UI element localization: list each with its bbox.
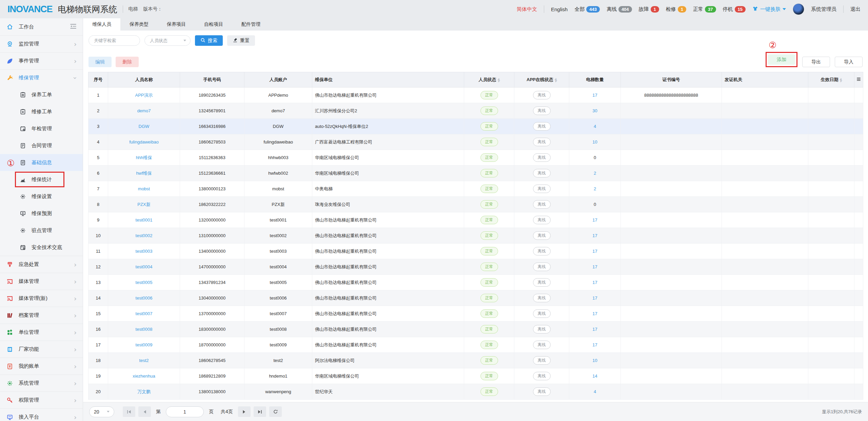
- reset-button[interactable]: 重置: [227, 35, 255, 46]
- elevator-count-link[interactable]: 14: [592, 374, 597, 379]
- table-row[interactable]: 5 hhh维保 15112636363 hhhwb003 华南区域电梯维保公司 …: [88, 150, 863, 166]
- sidebar-item-maintenance-forecast[interactable]: 维保预测: [0, 205, 83, 222]
- sidebar-item-maintenance-orders[interactable]: 保养工单: [0, 86, 83, 103]
- table-row[interactable]: 18 test2 18606278545 test2 阿尔法电梯维保公司 正常 …: [88, 353, 863, 368]
- sidebar-item-station-management[interactable]: 驻点管理: [0, 222, 83, 239]
- first-page-button[interactable]: [123, 406, 135, 417]
- lang-en-link[interactable]: English: [551, 6, 568, 12]
- person-name-link[interactable]: test2: [139, 358, 149, 363]
- sidebar-item-workbench[interactable]: 工作台: [0, 18, 83, 35]
- tab-parts-management[interactable]: 配件管理: [232, 18, 270, 31]
- elevator-count-link[interactable]: 17: [592, 280, 597, 285]
- person-name-link[interactable]: test0006: [136, 295, 153, 301]
- export-button[interactable]: 导出: [802, 57, 830, 67]
- elevator-count-link[interactable]: 10: [592, 358, 597, 363]
- sidebar-item-maintenance-stats[interactable]: 维保统计: [0, 171, 83, 188]
- sidebar-item-maintenance-settings[interactable]: 维保设置: [0, 188, 83, 205]
- table-row[interactable]: 20 万文鹏 13800138000 wanwenpeng 世纪华天 正常 离线…: [88, 384, 863, 400]
- refresh-button[interactable]: [269, 406, 282, 417]
- person-name-link[interactable]: test0001: [136, 217, 153, 223]
- skin-switch-button[interactable]: 一键换肤: [752, 6, 786, 13]
- sidebar-item-archives[interactable]: 档案管理 ›: [0, 307, 83, 324]
- last-page-button[interactable]: [254, 406, 266, 417]
- table-row[interactable]: 7 mobst 13800000123 mobst 中奥电梯 正常 离线 2: [88, 181, 863, 197]
- person-name-link[interactable]: test0009: [136, 342, 153, 347]
- prev-page-button[interactable]: [138, 406, 151, 417]
- person-name-link[interactable]: test0008: [136, 327, 153, 332]
- tab-self-check-items[interactable]: 自检项目: [195, 18, 232, 31]
- table-row[interactable]: 3 DGW 16634316986 DGW auto-52zQkHqN-维保单位…: [88, 119, 863, 134]
- elevator-count-link[interactable]: 2: [594, 171, 596, 176]
- sidebar-item-media[interactable]: 媒体管理 ›: [0, 273, 83, 290]
- person-name-link[interactable]: 万文鹏: [137, 389, 151, 394]
- person-name-link[interactable]: xiezhenhua: [133, 374, 155, 379]
- sidebar-item-manufacturer[interactable]: 厂家功能 ›: [0, 341, 83, 358]
- stat-inspect[interactable]: 检修 1: [666, 6, 686, 13]
- keyword-search-input[interactable]: 关键字检索: [88, 35, 140, 46]
- add-button[interactable]: 添加: [768, 54, 795, 65]
- sidebar-item-events[interactable]: 事件管理 ›: [0, 52, 83, 69]
- elevator-count-link[interactable]: 17: [592, 233, 597, 238]
- sidebar-item-emergency[interactable]: 应急处置 ›: [0, 256, 83, 273]
- stat-all[interactable]: 全部 443: [574, 6, 600, 13]
- table-row[interactable]: 11 test0003 13400000000 test0003 佛山市劲达电梯…: [88, 244, 863, 259]
- person-name-link[interactable]: demo7: [137, 108, 151, 113]
- elevator-count-link[interactable]: 0: [594, 155, 596, 160]
- table-row[interactable]: 16 test0008 18300000000 test0008 佛山市劲达电梯…: [88, 322, 863, 337]
- sidebar-item-media-new[interactable]: 媒体管理(新) ›: [0, 290, 83, 307]
- sidebar-item-safety-briefing[interactable]: 安全技术交底: [0, 239, 83, 256]
- table-row[interactable]: 15 test0007 13700000000 test0007 佛山市劲达电梯…: [88, 306, 863, 322]
- person-name-link[interactable]: fulingdaweibao: [129, 139, 159, 145]
- page-number-input[interactable]: [166, 406, 204, 417]
- person-name-link[interactable]: test0002: [136, 233, 153, 238]
- table-row[interactable]: 1 APP演示 18902263435 APPdemo 佛山市劲达电梯起重机有限…: [88, 88, 863, 103]
- person-name-link[interactable]: PZX新: [137, 202, 150, 207]
- stat-offline[interactable]: 离线 404: [607, 6, 632, 13]
- elevator-count-link[interactable]: 17: [592, 249, 597, 254]
- sidebar-item-repair-orders[interactable]: 维修工单: [0, 103, 83, 120]
- sort-icon[interactable]: ▲▼: [840, 78, 842, 82]
- next-page-button[interactable]: [238, 406, 251, 417]
- table-row[interactable]: 8 PZX新 18620322222 PZX新 珠海业友维保公司 正常 离线 0: [88, 197, 863, 212]
- person-name-link[interactable]: DGW: [139, 124, 150, 129]
- edit-button[interactable]: 编辑: [88, 57, 112, 67]
- elevator-count-link[interactable]: 17: [592, 264, 597, 269]
- sort-icon[interactable]: ▲▼: [497, 78, 499, 82]
- sidebar-item-permissions[interactable]: 权限管理 ›: [0, 391, 83, 408]
- tab-maintenance-personnel[interactable]: 维保人员: [83, 18, 120, 31]
- person-name-link[interactable]: hhh维保: [136, 155, 152, 160]
- table-row[interactable]: 9 test0001 13200000000 test0001 佛山市劲达电梯起…: [88, 212, 863, 228]
- sidebar-item-maintenance[interactable]: 维保管理 ›: [0, 69, 83, 86]
- person-name-link[interactable]: test0007: [136, 311, 153, 316]
- elevator-count-link[interactable]: 2: [594, 186, 596, 191]
- person-name-link[interactable]: mobst: [138, 186, 150, 191]
- elevator-count-link[interactable]: 17: [592, 217, 597, 223]
- delete-button[interactable]: 删除: [116, 57, 139, 67]
- table-row[interactable]: 4 fulingdaweibao 18606278503 fulingdawei…: [88, 134, 863, 150]
- person-name-link[interactable]: test0005: [136, 280, 153, 285]
- stat-normal[interactable]: 正常 37: [693, 6, 716, 13]
- sidebar-item-annual-inspection[interactable]: 年检管理: [0, 120, 83, 137]
- tab-maintenance-type[interactable]: 保养类型: [120, 18, 158, 31]
- sidebar-item-my-bills[interactable]: 我的账单 ›: [0, 358, 83, 375]
- stat-fault[interactable]: 故障 1: [639, 6, 659, 13]
- search-button[interactable]: 搜索: [195, 35, 223, 46]
- person-name-link[interactable]: test0003: [136, 249, 153, 254]
- sidebar-item-access-platform[interactable]: 接入平台 ›: [0, 408, 83, 421]
- person-name-link[interactable]: APP演示: [135, 93, 153, 98]
- elevator-count-link[interactable]: 30: [592, 108, 597, 113]
- elevator-count-link[interactable]: 17: [592, 93, 597, 98]
- elevator-count-link[interactable]: 17: [592, 327, 597, 332]
- user-name[interactable]: 系统管理员: [811, 6, 836, 13]
- sort-icon[interactable]: ▲▼: [555, 78, 557, 82]
- elevator-count-link[interactable]: 4: [594, 124, 596, 129]
- table-row[interactable]: 6 hwf维保 15123636661 hwfwb002 华南区域电梯维保公司 …: [88, 166, 863, 181]
- page-size-select[interactable]: 20: [89, 406, 114, 417]
- sidebar-item-monitoring[interactable]: 监控管理 ›: [0, 35, 83, 52]
- elevator-count-link[interactable]: 10: [592, 139, 597, 145]
- person-name-link[interactable]: test0004: [136, 264, 153, 269]
- tab-maintenance-items[interactable]: 保养项目: [158, 18, 195, 31]
- lang-zh-link[interactable]: 简体中文: [517, 6, 537, 13]
- column-settings-button[interactable]: [854, 72, 863, 88]
- elevator-count-link[interactable]: 17: [592, 295, 597, 301]
